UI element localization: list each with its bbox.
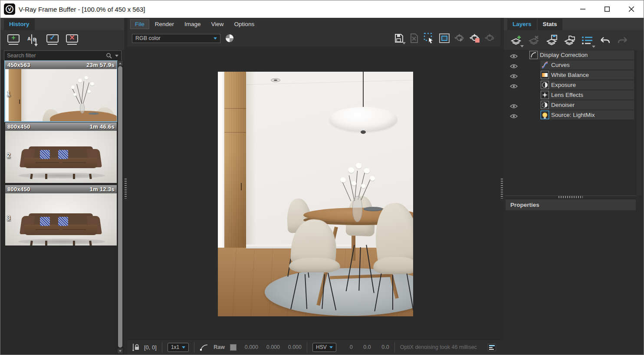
history-item-number: 2 bbox=[7, 152, 10, 159]
display-correction-icon bbox=[529, 51, 538, 59]
pixel-coords: [0, 0] bbox=[144, 344, 157, 351]
scroll-down-button[interactable] bbox=[118, 348, 123, 353]
eye-icon[interactable] bbox=[510, 53, 518, 60]
layers-toolbar bbox=[504, 30, 644, 50]
set-history-a-button[interactable]: ✓ bbox=[46, 33, 60, 47]
menu-options[interactable]: Options bbox=[230, 19, 260, 29]
render-canvas[interactable] bbox=[128, 46, 500, 339]
window-title: V-Ray Frame Buffer - [100.0% of 450 x 56… bbox=[19, 6, 145, 13]
color-clamp-icon[interactable] bbox=[226, 34, 233, 42]
load-layers-button[interactable] bbox=[562, 33, 576, 47]
redo-button[interactable] bbox=[616, 33, 630, 47]
channel-select[interactable]: RGB color bbox=[132, 34, 220, 43]
s-value: 0.0 bbox=[358, 344, 371, 350]
tab-stats[interactable]: Stats bbox=[538, 19, 562, 30]
vray-frame-buffer-window: V V-Ray Frame Buffer - [100.0% of 450 x … bbox=[0, 0, 644, 355]
eye-icon[interactable] bbox=[510, 83, 518, 90]
layer-row-white-balance[interactable]: White Balance bbox=[504, 70, 636, 80]
check-icon: ✓ bbox=[46, 33, 59, 43]
menu-image[interactable]: Image bbox=[180, 19, 206, 29]
eye-icon[interactable] bbox=[510, 73, 518, 80]
render-last-button[interactable] bbox=[453, 32, 466, 44]
save-to-history-button[interactable]: + bbox=[7, 33, 21, 47]
curves-icon bbox=[541, 61, 549, 69]
menu-view[interactable]: View bbox=[207, 19, 229, 29]
raw-r-value: 0.000 bbox=[242, 344, 258, 350]
exposure-icon bbox=[541, 81, 549, 89]
history-item-2[interactable]: 800x450 1m 46.6s bbox=[5, 123, 117, 183]
layer-presets-button[interactable] bbox=[580, 33, 594, 47]
layer-list: Display Correction Curves White Balance bbox=[504, 50, 636, 120]
history-item-1[interactable]: 450x563 23m 57.9s bbox=[5, 61, 117, 121]
chair-front-right bbox=[373, 203, 413, 312]
history-scrollbar[interactable] bbox=[117, 61, 123, 353]
splitter-right[interactable] bbox=[500, 18, 504, 355]
x-icon: ✕ bbox=[65, 33, 79, 43]
tab-layers[interactable]: Layers bbox=[507, 19, 537, 30]
history-thumbnail-dining[interactable]: 1 bbox=[5, 69, 117, 121]
history-thumbnail-sofa[interactable]: 2 bbox=[5, 131, 117, 183]
undo-button[interactable] bbox=[598, 33, 612, 47]
plus-icon: + bbox=[7, 33, 20, 43]
color-mode-select[interactable]: HSV bbox=[312, 343, 336, 352]
menu-render[interactable]: Render bbox=[150, 19, 179, 29]
menu-file[interactable]: File bbox=[130, 19, 149, 29]
pixel-ratio-select[interactable]: 1x1 bbox=[168, 343, 189, 352]
lightmix-icon bbox=[541, 111, 549, 119]
resolution-label: 800x450 bbox=[7, 186, 30, 192]
viewer-toolbar: RGB color bbox=[128, 30, 500, 46]
statusbar: [0, 0] 1x1 Raw 0.000 0.000 0.000 HSV 0 0… bbox=[128, 339, 500, 355]
scrollbar-thumb[interactable] bbox=[118, 66, 122, 348]
raw-label: Raw bbox=[214, 344, 225, 350]
dropdown-caret bbox=[214, 37, 217, 40]
save-layers-button[interactable] bbox=[545, 33, 559, 47]
search-options-caret[interactable] bbox=[115, 55, 118, 57]
history-item-3[interactable]: 800x450 1m 12.3s bbox=[5, 185, 117, 246]
stop-render-button[interactable] bbox=[484, 32, 496, 44]
tab-history[interactable]: History bbox=[4, 19, 35, 30]
maximize-button[interactable] bbox=[595, 0, 619, 18]
render-time-label: 1m 46.6s bbox=[90, 123, 115, 130]
history-item-number: 1 bbox=[7, 90, 10, 97]
remove-from-history-button[interactable]: ✕ bbox=[65, 33, 80, 47]
search-filter-input[interactable] bbox=[7, 53, 106, 59]
resolution-label: 450x563 bbox=[7, 62, 30, 68]
layer-row-source-lightmix[interactable]: Source: LightMix bbox=[504, 110, 636, 120]
clear-image-button[interactable] bbox=[408, 32, 420, 44]
render-image[interactable] bbox=[218, 72, 413, 316]
curve-icon bbox=[200, 344, 208, 351]
eye-icon[interactable] bbox=[510, 103, 518, 110]
white-balance-icon bbox=[541, 71, 549, 79]
history-thumbnail-sofa[interactable]: 3 bbox=[5, 193, 117, 246]
eye-icon[interactable] bbox=[510, 63, 518, 70]
layer-row-display-correction[interactable]: Display Correction bbox=[504, 50, 636, 60]
close-button[interactable] bbox=[619, 0, 644, 18]
properties-splitter[interactable] bbox=[506, 196, 636, 199]
layer-row-denoiser[interactable]: Denoiser bbox=[504, 100, 636, 110]
scroll-up-button[interactable] bbox=[118, 61, 123, 66]
save-image-button[interactable] bbox=[393, 32, 405, 44]
show-whole-image-button[interactable] bbox=[438, 32, 450, 44]
properties-header: Properties bbox=[506, 199, 636, 210]
minimize-button[interactable] bbox=[571, 0, 595, 18]
layer-row-curves[interactable]: Curves bbox=[504, 60, 636, 70]
layers-scrollbar-track[interactable] bbox=[637, 50, 642, 196]
layer-row-lens-effects[interactable]: Lens Effects bbox=[504, 90, 636, 100]
region-render-button[interactable] bbox=[423, 32, 435, 44]
layer-row-exposure[interactable]: Exposure bbox=[504, 80, 636, 90]
search-icon[interactable] bbox=[106, 53, 112, 59]
color-swatch bbox=[230, 344, 237, 351]
history-item-number: 3 bbox=[7, 214, 10, 221]
remove-layer-button[interactable] bbox=[527, 33, 541, 47]
splitter-left[interactable] bbox=[124, 18, 128, 355]
denoiser-icon bbox=[541, 101, 549, 109]
pixel-lock-icon[interactable] bbox=[132, 343, 139, 351]
eye-icon[interactable] bbox=[510, 113, 518, 120]
log-icon[interactable] bbox=[488, 344, 496, 351]
h-value: 0 bbox=[342, 344, 353, 350]
interactive-render-button[interactable] bbox=[469, 32, 481, 44]
add-layer-button[interactable] bbox=[509, 33, 523, 47]
ab-compare-button[interactable]: AB bbox=[26, 33, 41, 47]
resolution-label: 800x450 bbox=[7, 123, 30, 130]
status-message: OptiX denoising took 46 millisec bbox=[400, 344, 483, 350]
